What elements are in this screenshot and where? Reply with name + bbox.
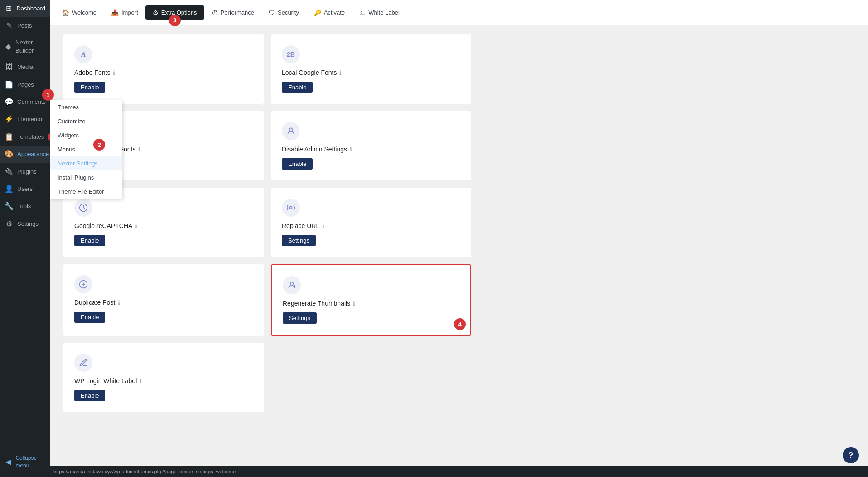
submenu-widgets[interactable]: Widgets [50,128,122,142]
svg-point-5 [290,207,292,209]
wp-login-white-label-title: WP Login White Label [74,377,137,385]
local-google-fonts-info-icon[interactable]: ℹ [339,69,342,76]
google-recaptcha-enable-button[interactable]: Enable [74,235,105,246]
sidebar-item-settings[interactable]: ⚙ Settings [0,215,50,233]
card-wp-login-white-label: WP Login White Label ℹ Enable [63,343,264,412]
card-title-row: Disable Admin Settings ℹ [282,146,460,153]
sidebar-item-appearance[interactable]: 🎨 Appearance [0,146,50,163]
tools-icon: 🔧 [5,201,14,211]
sidebar-item-media[interactable]: 🖼 Media [0,58,50,76]
submenu-menus[interactable]: Menus [50,142,122,156]
disable-admin-settings-title: Disable Admin Settings [282,146,347,153]
media-icon: 🖼 [5,62,14,72]
sidebar-item-label: Dashboard [16,5,45,13]
submenu-install-plugins[interactable]: Install Plugins [50,170,122,185]
regenerate-thumbnails-info-icon[interactable]: ℹ [353,300,355,307]
topnav: 🏠 Welcome 📥 Import ⚙ Extra Options 3 ⏱ P… [50,0,868,25]
submenu-theme-file-editor[interactable]: Theme File Editor [50,185,122,199]
step3-badge: 3 [169,15,181,26]
card-title-row: Adobe Fonts ℹ [74,69,253,76]
sidebar-item-tools[interactable]: 🔧 Tools [0,198,50,215]
appearance-icon: 🎨 [5,149,14,159]
svg-point-9 [290,282,294,285]
collapse-icon: ◀ [5,457,12,467]
comments-icon: 💬 [5,97,14,107]
cards-grid: A Adobe Fonts ℹ Enable 2B Local Google F… [63,34,471,412]
adobe-fonts-info-icon[interactable]: ℹ [113,69,115,76]
card-title-row: Google reCAPTCHA ℹ [74,222,253,229]
replace-url-info-icon[interactable]: ℹ [322,223,324,229]
sidebar-item-label: Users [17,185,33,193]
local-google-fonts-enable-button[interactable]: Enable [282,82,313,93]
nexter-builder-icon: ◆ [5,42,12,52]
local-google-fonts-icon: 2B [282,45,300,63]
disable-admin-settings-info-icon[interactable]: ℹ [350,146,352,153]
sidebar-item-label: Posts [17,22,32,30]
local-google-fonts-title: Local Google Fonts [282,69,337,76]
collapse-menu[interactable]: ◀ Collapse menu [0,451,50,477]
duplicate-post-info-icon[interactable]: ℹ [118,299,120,306]
white-label-icon: 🏷 [359,9,366,16]
sidebar-item-plugins[interactable]: 🔌 Plugins [0,163,50,180]
topnav-security-label: Security [278,9,299,16]
wp-login-white-label-info-icon[interactable]: ℹ [140,378,142,385]
regenerate-thumbnails-settings-button[interactable]: Settings [283,312,317,324]
pages-icon: 📄 [5,80,14,90]
sidebar-item-users[interactable]: 👤 Users [0,180,50,198]
google-recaptcha-title: Google reCAPTCHA [74,222,132,229]
disable-admin-settings-enable-button[interactable]: Enable [282,158,313,170]
sidebar-item-templates[interactable]: 📋 Templates 1 [0,128,50,146]
topnav-activate[interactable]: 🔑 Activate [306,5,352,20]
sidebar-item-label: Comments [17,98,46,106]
custom-upload-fonts-info-icon[interactable]: ℹ [138,146,140,153]
sidebar-item-posts[interactable]: ✎ Posts [0,17,50,34]
replace-url-icon [282,199,300,217]
statusbar-url: https://ananda.instawp.xyz/wp-admin/them… [53,469,236,474]
sidebar-item-elementor[interactable]: ⚡ Elementor [0,111,50,128]
topnav-import[interactable]: 📥 Import [104,5,145,20]
sidebar-item-label: Appearance [17,150,49,158]
card-adobe-fonts: A Adobe Fonts ℹ Enable [63,34,264,104]
topnav-extra-options-label: Extra Options [161,9,197,16]
svg-point-4 [289,128,293,131]
statusbar: https://ananda.instawp.xyz/wp-admin/them… [50,466,868,477]
import-icon: 📥 [111,9,119,16]
elementor-icon: ⚡ [5,114,14,124]
replace-url-title: Replace URL [282,222,319,229]
sidebar: ⊞ Dashboard ✎ Posts ◆ Nexter Builder 🖼 M… [0,0,50,477]
sidebar-item-label: Elementor [17,115,44,123]
topnav-white-label[interactable]: 🏷 White Label [352,5,407,20]
collapse-label: Collapse menu [15,454,45,470]
submenu-customize[interactable]: Customize [50,114,122,128]
topnav-welcome[interactable]: 🏠 Welcome [54,5,104,20]
sidebar-item-dashboard[interactable]: ⊞ Dashboard [0,0,50,17]
disable-admin-settings-icon [282,122,300,140]
card-title-row: Regenerate Thumbnails ℹ [283,300,459,307]
settings-icon: ⚙ [5,219,14,229]
help-button[interactable]: ? [843,447,859,463]
google-recaptcha-info-icon[interactable]: ℹ [135,223,137,229]
sidebar-item-nexter-builder[interactable]: ◆ Nexter Builder [0,35,50,58]
adobe-fonts-enable-button[interactable]: Enable [74,82,105,93]
submenu-themes[interactable]: Themes [50,100,122,114]
sidebar-item-pages[interactable]: 📄 Pages [0,76,50,93]
card-local-google-fonts: 2B Local Google Fonts ℹ Enable [271,34,471,104]
adobe-fonts-icon: A [74,45,92,63]
dashboard-icon: ⊞ [5,4,13,14]
topnav-import-label: Import [121,9,138,16]
activate-icon: 🔑 [313,9,321,16]
templates-icon: 📋 [5,132,14,142]
topnav-performance[interactable]: ⏱ Performance [204,5,261,20]
submenu-nexter-settings[interactable]: Nexter Settings [50,156,122,170]
main-area: 🏠 Welcome 📥 Import ⚙ Extra Options 3 ⏱ P… [50,0,868,477]
sidebar-item-label: Nexter Builder [15,39,45,55]
replace-url-settings-button[interactable]: Settings [282,235,316,246]
sidebar-item-label: Tools [17,202,31,210]
topnav-security[interactable]: 🛡 Security [261,5,306,20]
extra-options-icon: ⚙ [153,9,159,16]
wp-login-white-label-enable-button[interactable]: Enable [74,390,105,401]
google-recaptcha-icon [74,199,92,217]
duplicate-post-enable-button[interactable]: Enable [74,312,105,323]
card-regenerate-thumbnails: Regenerate Thumbnails ℹ Settings 4 [271,264,471,336]
regenerate-thumbnails-icon [283,276,301,294]
